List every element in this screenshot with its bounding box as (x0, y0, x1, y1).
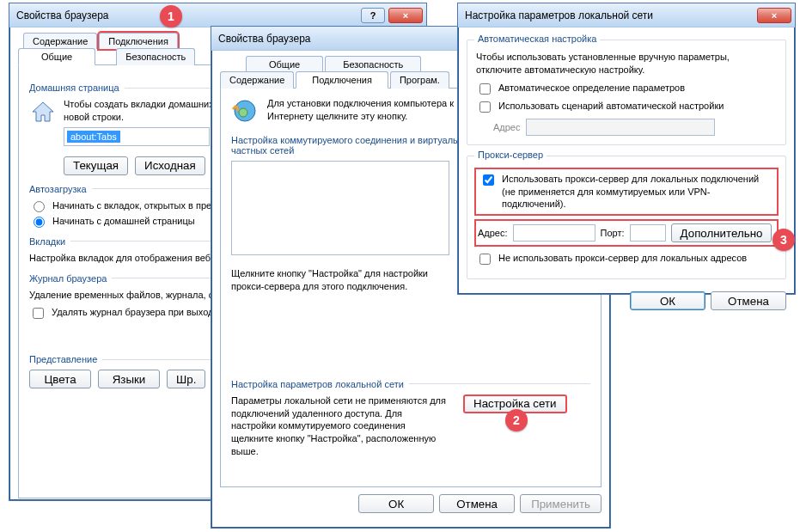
proxy-addr-row: Адрес: Порт: Дополнительно (476, 221, 777, 245)
tab-content[interactable]: Содержание (23, 33, 97, 49)
history-legend: Журнал браузера (29, 273, 107, 284)
titlebar-3: Настройка параметров локальной сети × (458, 3, 795, 28)
home-icon (29, 98, 57, 125)
chk-use-proxy[interactable]: Использовать прокси-сервер для локальных… (476, 169, 777, 215)
titlebar-1: Свойства браузера ? × (9, 3, 426, 28)
dialup-listbox[interactable] (231, 161, 449, 255)
autostart-legend: Автозагрузка (29, 184, 87, 194)
chk-autodetect[interactable]: Автоматическое определение параметров (476, 82, 777, 97)
title-1: Свойства браузера (16, 9, 361, 21)
chk-bypass-local[interactable]: Не использовать прокси-сервер для локаль… (476, 252, 777, 267)
tab-general-2[interactable]: Общие (246, 56, 323, 72)
tab-security[interactable]: Безопасность (116, 48, 195, 65)
lan-legend: Настройка параметров локальной сети (231, 379, 404, 389)
btn-ok-3[interactable]: ОК (630, 291, 705, 310)
chk-script[interactable]: Использовать сценарий автоматической нас… (476, 100, 777, 115)
home-url[interactable]: about:Tabs (67, 131, 120, 143)
lan-desc: Параметры локальной сети не применяются … (231, 394, 446, 458)
input-proxy-port[interactable] (630, 224, 666, 242)
btn-lan-settings[interactable]: Настройка сети (463, 394, 567, 413)
tab-security-2[interactable]: Безопасность (325, 56, 421, 72)
tab-connections-2[interactable]: Подключения (296, 71, 388, 89)
tabs-legend: Вкладки (29, 236, 65, 247)
help-button[interactable]: ? (361, 8, 385, 23)
auto-desc: Чтобы использовать установленные вручную… (476, 51, 777, 76)
btn-colors[interactable]: Цвета (29, 370, 91, 388)
title-3: Настройка параметров локальной сети (465, 9, 757, 21)
lbl-proxy-addr: Адрес: (478, 228, 508, 238)
btn-cancel-2[interactable]: Отмена (439, 494, 515, 513)
lbl-script-addr: Адрес (493, 122, 521, 132)
dialup-legend: Настройка коммутируемого соединения и ви… (231, 135, 480, 156)
group-proxy: Прокси-сервер Использовать прокси-сервер… (467, 156, 786, 280)
auto-legend: Автоматическая настройка (474, 34, 600, 44)
input-proxy-addr[interactable] (513, 224, 595, 242)
footer-2: ОК Отмена Применить (211, 487, 610, 520)
btn-apply-2[interactable]: Применить (520, 494, 602, 513)
btn-ok-2[interactable]: ОК (358, 494, 434, 513)
btn-default[interactable]: Исходная (135, 156, 205, 175)
proxy-legend: Прокси-сервер (474, 150, 547, 160)
btn-languages[interactable]: Языки (98, 370, 160, 388)
group-auto: Автоматическая настройка Чтобы использов… (467, 40, 786, 145)
window-lan-settings: Настройка параметров локальной сети × Ав… (457, 3, 796, 295)
lbl-proxy-port: Порт: (601, 228, 625, 238)
svg-point-1 (239, 108, 247, 117)
btn-cancel-3[interactable]: Отмена (711, 291, 786, 310)
close-button-3[interactable]: × (757, 8, 791, 23)
home-legend: Домашняя страница (29, 83, 119, 93)
input-script-addr (526, 119, 715, 136)
tab-programs-2[interactable]: Програм. (390, 71, 449, 89)
footer-3: ОК Отмена (467, 290, 786, 310)
dialup-hint: Щелкните кнопку "Настройка" для настройк… (231, 267, 455, 293)
btn-current[interactable]: Текущая (64, 156, 128, 175)
tab-general[interactable]: Общие (18, 48, 95, 65)
appearance-legend: Представление (29, 354, 97, 364)
tab-content-2[interactable]: Содержание (220, 71, 294, 89)
close-button[interactable]: × (388, 8, 423, 23)
tab-connections[interactable]: Подключения (99, 33, 178, 49)
btn-fonts[interactable]: Шр. (167, 370, 205, 388)
btn-advanced[interactable]: Дополнительно (671, 223, 773, 242)
globe-icon (231, 97, 259, 125)
